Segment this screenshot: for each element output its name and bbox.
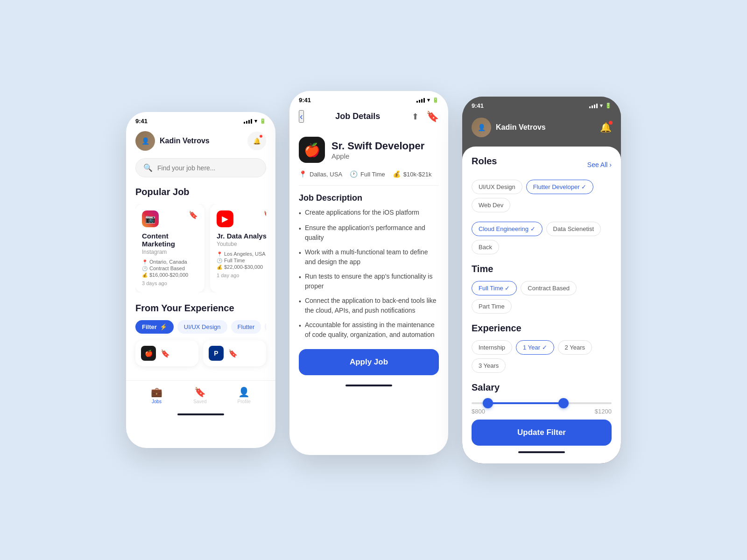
filter-panel: Roles See All › UI/UX Design Flutter Dev…: [462, 147, 621, 463]
status-bar-1: 9:41 ▾ 🔋: [126, 112, 275, 127]
saved-icon: 🔖: [194, 386, 206, 398]
slider-thumb-min[interactable]: [483, 398, 493, 408]
battery-icon-1: 🔋: [260, 118, 266, 124]
exp-card-apple[interactable]: 🍎 🔖: [135, 340, 198, 366]
hero-title: Sr. Swift Developer: [331, 140, 424, 152]
salary-max: $1200: [595, 408, 612, 415]
chip-2years[interactable]: 2 Years: [558, 340, 592, 355]
user-info: 👤 Kadin Vetrovs: [135, 131, 210, 151]
bookmark-button-detail[interactable]: 🔖: [426, 111, 439, 123]
days-ago-2: 1 day ago: [217, 273, 266, 278]
chip-flutter[interactable]: Flutter Developer: [526, 180, 593, 194]
back-button[interactable]: ‹: [299, 110, 304, 123]
filter-icon: ⚡: [160, 323, 167, 330]
signal-bars-3: [589, 104, 598, 108]
chip-3years[interactable]: 3 Years: [472, 358, 506, 373]
slider-thumb-max[interactable]: [558, 398, 569, 408]
chip-flutter-label: Flutter Developer: [533, 183, 580, 190]
chip-parttime[interactable]: Part Time: [472, 299, 512, 314]
exp-card-paypal[interactable]: P 🔖: [203, 340, 266, 366]
see-all-label: See All: [587, 161, 608, 168]
location-2: Los Angeles, USA: [224, 251, 266, 257]
salary-slider[interactable]: [472, 402, 612, 404]
notification-button-1[interactable]: 🔔: [247, 132, 266, 150]
header-actions: ⬆ 🔖: [412, 111, 439, 123]
bullet-icon-1: •: [299, 209, 301, 218]
experience-title: From Your Experience: [135, 303, 266, 314]
job-salary: $10k-$21k: [403, 171, 432, 178]
bullet-text-2: Ensure the application's performance and…: [305, 223, 439, 243]
see-all-link[interactable]: See All ›: [587, 161, 612, 168]
bottom-nav: 💼 Jobs 🔖 Saved 👤 Profile: [126, 380, 275, 413]
filter-tag-flutter[interactable]: Flutter: [231, 320, 261, 334]
bullet-3: • Work with a multi-functional team to d…: [299, 247, 439, 267]
hero-logo-icon: 🍎: [304, 142, 320, 158]
phone1-content: 👤 Kadin Vetrovs 🔔 🔍 Popular Job: [126, 127, 275, 376]
search-input[interactable]: [157, 164, 258, 172]
chip-data-sci[interactable]: Data Scienetist: [546, 222, 601, 236]
search-bar[interactable]: 🔍: [135, 158, 266, 177]
chip-internship[interactable]: Internship: [472, 340, 512, 355]
job-card-youtube[interactable]: ▶ 🔖 Jr. Data Analyst Youtube 📍 Los Angel…: [210, 204, 266, 293]
job-location-tag: 📍 Dallas, USA: [299, 170, 342, 178]
share-icon[interactable]: ⬆: [412, 112, 419, 122]
chip-fulltime[interactable]: Full Time: [472, 281, 517, 295]
nav-saved[interactable]: 🔖 Saved: [193, 386, 206, 404]
chip-contract[interactable]: Contract Based: [521, 281, 577, 295]
hero-company: Apple: [331, 152, 424, 160]
bullet-6: • Accountable for assisting in the maint…: [299, 320, 439, 340]
chip-webdev[interactable]: Web Dev: [472, 198, 510, 212]
job-meta-2: 📍 Los Angeles, USA 🕐 Full Time 💰 $22,000…: [217, 251, 266, 270]
job-card-instagram[interactable]: 📷 🔖 Content Marketing Instagram 📍 Ontari…: [135, 204, 204, 293]
salary-min: $800: [472, 408, 485, 415]
chip-cloud[interactable]: Cloud Engineering: [472, 222, 543, 236]
update-filter-button[interactable]: Update Filter: [472, 420, 612, 446]
bell-icon-1: 🔔: [253, 138, 261, 145]
bar-3c: [594, 105, 595, 108]
filter-label: Filter: [142, 323, 157, 330]
status-bar-3: 9:41 ▾ 🔋: [462, 97, 621, 112]
clock-icon-2: 🕐: [217, 258, 222, 263]
popular-jobs-list: 📷 🔖 Content Marketing Instagram 📍 Ontari…: [135, 204, 266, 293]
bar-3b: [421, 99, 423, 103]
home-indicator-2: [345, 385, 392, 386]
bookmark-apple[interactable]: 🔖: [161, 349, 170, 358]
company-name-2: Youtube: [217, 241, 266, 247]
chip-1year[interactable]: 1 Year: [516, 340, 554, 355]
header-title-2: Job Details: [335, 112, 380, 121]
bullet-icon-3: •: [299, 248, 301, 267]
filter-notification[interactable]: 🔔: [600, 122, 612, 133]
nav-jobs[interactable]: 💼 Jobs: [151, 386, 162, 404]
avatar-img-3: 👤: [472, 118, 491, 137]
filter-tag-uiux[interactable]: UI/UX Design: [177, 320, 227, 334]
status-icons-3: ▾ 🔋: [589, 103, 612, 109]
phones-container: 9:41 ▾ 🔋 👤 Kadin Vetrovs: [126, 97, 621, 463]
bookmark-youtube[interactable]: 🔖: [263, 210, 266, 219]
bullet-text-1: Create applications for the iOS platform: [305, 208, 419, 218]
filter-button[interactable]: Filter ⚡: [135, 320, 174, 334]
bullet-text-4: Run tests to ensure the app's functional…: [305, 272, 439, 291]
filter-user-info: 👤 Kadin Vetrovs: [472, 118, 546, 137]
type-row-1: 🕐 Contract Based: [142, 266, 198, 271]
bullet-icon-2: •: [299, 224, 301, 243]
filter-tag-web[interactable]: Web Develo...: [265, 320, 266, 334]
bar-4c: [596, 104, 598, 108]
chip-uiux[interactable]: UI/UX Design: [472, 180, 522, 194]
job-title-1: Content Marketing: [142, 232, 198, 248]
days-ago-1: 3 days ago: [142, 280, 198, 286]
location-row-2: 📍 Los Angeles, USA: [217, 251, 266, 257]
type-row-2: 🕐 Full Time: [217, 258, 266, 263]
bookmark-paypal[interactable]: 🔖: [228, 349, 238, 358]
phone-home: 9:41 ▾ 🔋 👤 Kadin Vetrovs: [126, 112, 275, 448]
apply-job-button[interactable]: Apply Job: [299, 349, 439, 375]
nav-profile[interactable]: 👤 Profile: [238, 386, 251, 404]
signal-bars-2: [416, 98, 425, 103]
job-meta-1: 📍 Ontario, Canada 🕐 Contract Based 💰 $16…: [142, 259, 198, 278]
chip-back[interactable]: Back: [472, 240, 499, 254]
wifi-icon-1: ▾: [254, 118, 257, 124]
bookmark-instagram[interactable]: 🔖: [189, 210, 198, 219]
type-1: Contract Based: [149, 266, 185, 271]
experience-filter-title: Experience: [472, 323, 612, 334]
bullet-text-3: Work with a multi-functional team to def…: [305, 247, 439, 267]
money-icon-2: 💰: [217, 265, 222, 270]
